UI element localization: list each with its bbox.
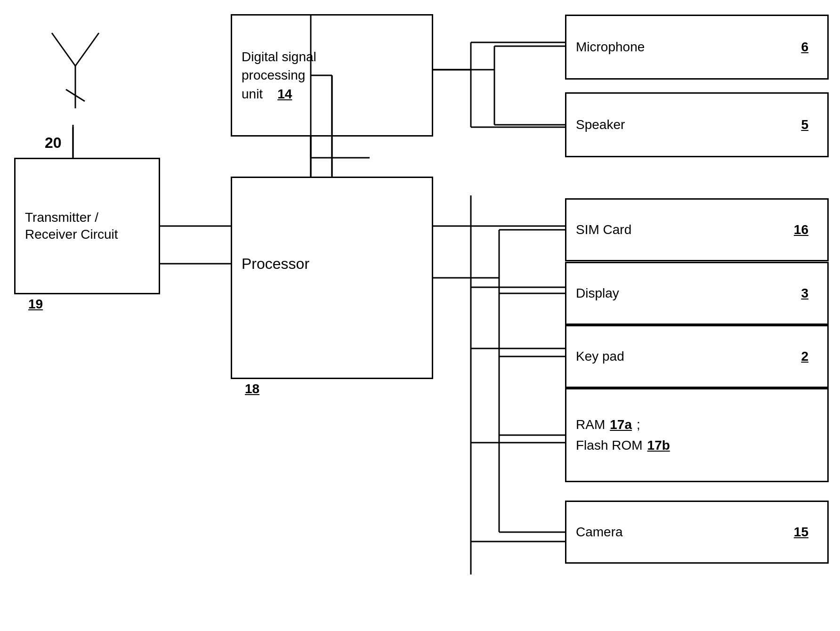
camera-box: Camera 15: [565, 501, 829, 564]
keypad-row: Key pad 2: [576, 348, 818, 365]
microphone-row: Microphone 6: [576, 39, 818, 56]
svg-line-19: [52, 33, 75, 66]
ram-ref: 17a: [610, 417, 632, 432]
flash-label: Flash ROM: [576, 437, 643, 454]
processor-label: Processor: [242, 255, 422, 273]
sim-card-row: SIM Card 16: [576, 221, 818, 238]
dsp-ref: 14: [277, 87, 292, 101]
dsp-box: Digital signalprocessingunit 14: [231, 14, 433, 137]
ram-flash-box: RAM 17a ; Flash ROM 17b: [565, 388, 829, 482]
antenna-ref: 20: [45, 134, 62, 152]
dsp-label: Digital signalprocessingunit 14: [242, 48, 422, 103]
sim-card-ref: 16: [794, 222, 808, 237]
ram-flash-content: RAM 17a ; Flash ROM 17b: [576, 416, 818, 454]
antenna-symbol: [45, 14, 106, 132]
camera-label: Camera: [576, 524, 623, 541]
svg-line-20: [75, 33, 99, 66]
display-row: Display 3: [576, 285, 818, 302]
transmitter-receiver-box: Transmitter / Receiver Circuit: [14, 158, 160, 294]
processor-box: Processor: [231, 177, 433, 379]
transmitter-receiver-ref: 19: [28, 297, 43, 312]
ram-row: RAM 17a ;: [576, 416, 818, 433]
processor-ref: 18: [245, 381, 259, 396]
sim-card-label: SIM Card: [576, 221, 631, 238]
keypad-label: Key pad: [576, 348, 624, 365]
speaker-row: Speaker 5: [576, 116, 818, 133]
ram-semicolon: ;: [637, 416, 640, 433]
display-box: Display 3: [565, 262, 829, 325]
camera-ref: 15: [794, 525, 808, 540]
display-label: Display: [576, 285, 619, 302]
ram-label: RAM: [576, 416, 605, 433]
camera-row: Camera 15: [576, 524, 818, 541]
processor-label-wrapper: Processor: [242, 255, 422, 301]
speaker-box: Speaker 5: [565, 92, 829, 157]
keypad-ref: 2: [801, 349, 808, 364]
speaker-ref: 5: [801, 117, 808, 132]
display-ref: 3: [801, 286, 808, 301]
flash-ref: 17b: [647, 438, 670, 453]
flash-row: Flash ROM 17b: [576, 437, 818, 454]
keypad-box: Key pad 2: [565, 325, 829, 388]
transmitter-receiver-label: Transmitter / Receiver Circuit: [25, 209, 149, 243]
microphone-ref: 6: [801, 40, 808, 55]
diagram-container: 20 Transmitter / Receiver Circuit 19 Dig…: [0, 0, 840, 631]
speaker-label: Speaker: [576, 116, 625, 133]
microphone-box: Microphone 6: [565, 15, 829, 80]
microphone-label: Microphone: [576, 39, 645, 56]
sim-card-box: SIM Card 16: [565, 198, 829, 261]
